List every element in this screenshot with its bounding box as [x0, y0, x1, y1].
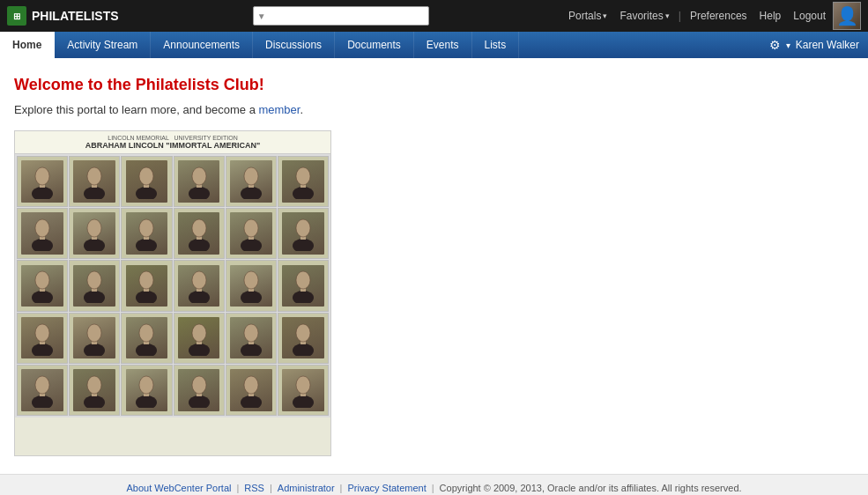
stamp-face: [21, 160, 63, 203]
nav-discussions[interactable]: Discussions: [253, 32, 335, 58]
svg-point-17: [296, 167, 310, 185]
svg-point-20: [35, 219, 49, 237]
svg-point-54: [32, 344, 53, 356]
stamp-cell: [226, 313, 277, 364]
member-link[interactable]: member: [258, 103, 300, 116]
svg-point-32: [244, 219, 258, 237]
stamp-face: [73, 369, 115, 411]
stamp-face: [21, 212, 63, 255]
footer-sep-2: |: [270, 483, 272, 493]
logo-grid-icon: ⊞: [13, 11, 20, 21]
stamp-cell: [174, 208, 225, 259]
search-area: ▼: [124, 6, 559, 26]
svg-point-83: [192, 376, 206, 394]
welcome-text: Explore this portal to learn more, and b…: [14, 103, 854, 116]
nav-announcements[interactable]: Announcements: [151, 32, 253, 58]
svg-point-26: [139, 219, 153, 237]
stamp-image: LINCOLN MEMORIAL UNIVERSITY EDITION ABRA…: [14, 130, 331, 456]
stamp-cell: [226, 208, 277, 259]
stamp-cell: [278, 260, 329, 311]
main-content: Welcome to the Philatelists Club! Explor…: [0, 58, 868, 474]
svg-point-63: [189, 344, 210, 356]
admin-link[interactable]: Administrator: [278, 483, 335, 493]
svg-point-86: [244, 376, 258, 394]
nav-activity-stream[interactable]: Activity Stream: [55, 32, 151, 58]
welcome-heading: Welcome to the Philatelists Club!: [14, 76, 854, 94]
stamp-cell: [174, 365, 225, 416]
svg-point-3: [84, 187, 105, 199]
stamp-face: [230, 212, 272, 255]
top-nav-right: Portals ▾ Favorites ▾ | Preferences Help…: [563, 2, 861, 30]
svg-point-74: [35, 376, 49, 394]
stamp-face: [126, 317, 168, 359]
search-wrapper: ▼: [253, 6, 429, 26]
stamp-cell: [278, 365, 329, 416]
search-input[interactable]: [268, 10, 425, 22]
stamp-header: LINCOLN MEMORIAL UNIVERSITY EDITION ABRA…: [15, 131, 330, 154]
logo-icon: ⊞: [7, 6, 26, 26]
stamp-face: [178, 369, 220, 411]
search-dropdown-icon[interactable]: ▼: [257, 11, 266, 21]
stamp-cell: [121, 156, 172, 207]
svg-point-56: [35, 324, 49, 342]
stamp-cell: [174, 260, 225, 311]
nav-lists[interactable]: Lists: [472, 32, 520, 58]
about-link[interactable]: About WebCenter Portal: [126, 483, 231, 493]
stamp-cell: [69, 156, 120, 207]
nav-home[interactable]: Home: [0, 32, 55, 58]
stamp-face: [73, 265, 115, 307]
svg-point-41: [87, 271, 101, 289]
stamp-face: [282, 265, 324, 307]
stamp-face: [282, 317, 324, 359]
stamp-cell: [226, 365, 277, 416]
svg-point-38: [35, 271, 49, 289]
svg-point-23: [87, 219, 101, 237]
nav-user-name[interactable]: Karen Walker: [796, 39, 859, 51]
stamp-face: [178, 212, 220, 255]
favorites-chevron-icon: ▾: [665, 11, 670, 20]
svg-point-6: [136, 187, 157, 199]
stamp-cell: [121, 313, 172, 364]
top-bar: ⊞ PHILATELISTS ▼ Portals ▾ Favorites ▾ |…: [0, 0, 868, 32]
privacy-link[interactable]: Privacy Statement: [347, 483, 426, 493]
nav-documents[interactable]: Documents: [335, 32, 414, 58]
stamp-cell: [17, 260, 68, 311]
stamp-face: [178, 265, 220, 307]
svg-point-24: [136, 239, 157, 251]
stamp-cell: [226, 156, 277, 207]
rss-link[interactable]: RSS: [244, 483, 264, 493]
svg-point-75: [84, 395, 105, 408]
svg-point-59: [87, 324, 101, 342]
footer-sep-4: |: [432, 483, 434, 493]
logout-link[interactable]: Logout: [788, 6, 831, 26]
footer-sep-1: |: [236, 483, 239, 493]
avatar-person-icon: 👤: [836, 5, 858, 26]
svg-point-27: [189, 239, 210, 251]
svg-point-89: [296, 376, 310, 394]
stamp-grid: [15, 154, 330, 417]
nav-events[interactable]: Events: [414, 32, 472, 58]
preferences-link[interactable]: Preferences: [685, 6, 753, 26]
svg-point-42: [136, 291, 157, 303]
portals-menu[interactable]: Portals ▾: [563, 6, 612, 26]
stamp-face: [230, 265, 272, 307]
stamp-face: [126, 212, 168, 255]
svg-point-12: [241, 187, 262, 199]
svg-point-33: [293, 239, 314, 251]
svg-point-18: [32, 239, 53, 251]
svg-point-0: [32, 187, 53, 199]
stamp-cell: [17, 156, 68, 207]
stamp-face: [73, 317, 115, 359]
stamp-face: [126, 369, 168, 411]
footer: About WebCenter Portal | RSS | Administr…: [0, 474, 868, 495]
gear-icon[interactable]: ⚙: [769, 38, 781, 52]
stamp-face: [230, 369, 272, 411]
help-link[interactable]: Help: [754, 6, 787, 26]
svg-point-15: [293, 187, 314, 199]
portals-chevron-icon: ▾: [603, 11, 607, 20]
svg-point-47: [192, 271, 206, 289]
svg-point-78: [136, 395, 157, 408]
avatar[interactable]: 👤: [833, 2, 861, 30]
svg-point-77: [87, 376, 101, 394]
favorites-menu[interactable]: Favorites ▾: [614, 6, 674, 26]
